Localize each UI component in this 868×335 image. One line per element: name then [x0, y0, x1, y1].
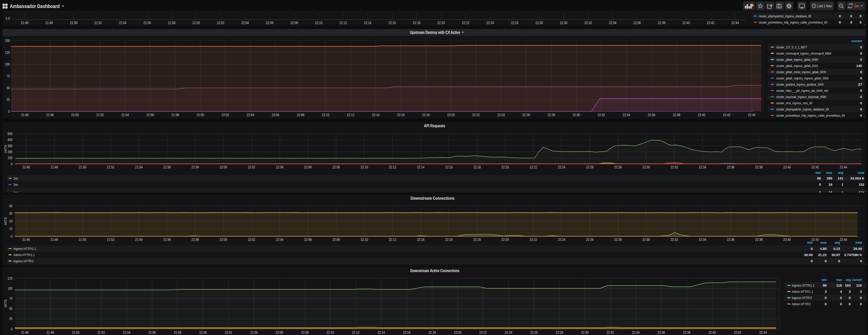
- svg-text:22:44: 22:44: [840, 237, 847, 242]
- svg-text:21:50: 21:50: [79, 165, 86, 169]
- svg-text:22:32: 22:32: [598, 113, 605, 117]
- svg-text:21:46: 21:46: [23, 165, 30, 169]
- svg-text:22:10: 22:10: [327, 330, 334, 334]
- svg-text:31.22: 31.22: [818, 253, 827, 257]
- svg-text:0: 0: [860, 21, 862, 24]
- svg-text:22:40: 22:40: [709, 330, 716, 334]
- svg-text:21:52: 21:52: [94, 21, 102, 25]
- svg-text:100: 100: [7, 286, 12, 290]
- svg-text:cluster_nms_ingress_nms_80: cluster_nms_ingress_nms_80: [776, 101, 812, 105]
- svg-text:40: 40: [9, 204, 13, 208]
- svg-text:22:38: 22:38: [755, 165, 763, 169]
- svg-text:22:42: 22:42: [734, 330, 741, 334]
- svg-text:0: 0: [860, 70, 862, 74]
- svg-text:cluster_https___pki_ingress_pk: cluster_https___pki_ingress_pki_8443_otl…: [776, 89, 829, 93]
- svg-text:4: 4: [840, 290, 842, 294]
- svg-text:21:52: 21:52: [107, 237, 115, 242]
- svg-text:Ingress HTTP/2: Ingress HTTP/2: [792, 296, 812, 300]
- svg-text:0: 0: [860, 101, 862, 105]
- svg-text:cluster_grafana_ingress_grafan: cluster_grafana_ingress_grafana_3000: [776, 83, 824, 86]
- svg-text:22:42: 22:42: [707, 21, 714, 25]
- svg-text:22:34: 22:34: [699, 237, 706, 242]
- svg-text:22:02: 22:02: [217, 21, 224, 25]
- svg-text:22:32: 22:32: [584, 21, 592, 25]
- svg-text:21:58: 21:58: [191, 237, 199, 242]
- svg-text:22:04: 22:04: [250, 330, 258, 334]
- svg-text:4.80: 4.80: [820, 247, 827, 251]
- svg-text:22:28: 22:28: [548, 113, 555, 117]
- svg-text:Upstream Destroy with CX Activ: Upstream Destroy with CX Active: [410, 30, 460, 35]
- svg-text:150: 150: [5, 38, 10, 43]
- svg-text:22:18: 22:18: [413, 21, 420, 25]
- svg-text:22:30: 22:30: [581, 330, 589, 334]
- svg-text:22:22: 22:22: [472, 113, 480, 117]
- svg-text:0: 0: [11, 162, 12, 166]
- svg-text:22:02: 22:02: [225, 330, 232, 334]
- svg-text:21:52: 21:52: [96, 113, 104, 117]
- svg-text:21:50: 21:50: [70, 21, 77, 25]
- svg-text:3.747590 K: 3.747590 K: [844, 253, 862, 257]
- svg-text:21:50: 21:50: [79, 237, 86, 242]
- svg-text:0: 0: [8, 109, 10, 114]
- svg-text:22:14: 22:14: [417, 165, 425, 169]
- svg-text:22:22: 22:22: [479, 330, 487, 334]
- svg-text:Ingress HTTP/2: Ingress HTTP/2: [13, 259, 34, 263]
- svg-text:22:14: 22:14: [372, 113, 379, 117]
- svg-text:22:20: 22:20: [454, 330, 461, 334]
- svg-text:22:18: 22:18: [428, 330, 436, 334]
- svg-text:22:14: 22:14: [417, 237, 425, 242]
- svg-text:22:12: 22:12: [339, 21, 347, 25]
- svg-text:100: 100: [5, 62, 10, 66]
- svg-text:22:08: 22:08: [301, 330, 309, 334]
- svg-text:21:48: 21:48: [45, 21, 53, 25]
- svg-text:30.00: 30.00: [804, 253, 813, 257]
- svg-text:avg: avg: [846, 278, 851, 282]
- svg-text:22:08: 22:08: [333, 165, 340, 169]
- svg-text:Admin HTTP/2: Admin HTTP/2: [792, 302, 811, 306]
- svg-text:22:42: 22:42: [811, 165, 819, 169]
- svg-text:0: 0: [840, 302, 842, 306]
- svg-text:cluster_keycloak_ingress_keycl: cluster_keycloak_ingress_keycloak_8080: [776, 95, 826, 99]
- svg-text:Downstream Connections: Downstream Connections: [410, 196, 455, 200]
- svg-text:22:38: 22:38: [658, 21, 665, 25]
- svg-text:22:44: 22:44: [748, 113, 755, 117]
- svg-text:22:16: 22:16: [403, 330, 410, 334]
- svg-text:22:06: 22:06: [304, 165, 312, 169]
- svg-text:22:12: 22:12: [352, 330, 360, 334]
- svg-text:10: 10: [9, 227, 13, 231]
- svg-text:Admin HTTP/1.1: Admin HTTP/1.1: [792, 290, 813, 294]
- svg-text:22:32: 22:32: [607, 330, 614, 334]
- svg-text:22:16: 22:16: [445, 165, 453, 169]
- svg-text:100: 100: [7, 156, 12, 160]
- svg-text:22:02: 22:02: [221, 113, 229, 117]
- svg-text:21:54: 21:54: [123, 330, 130, 334]
- svg-text:22:32: 22:32: [671, 165, 678, 169]
- svg-text:22:00: 22:00: [220, 165, 227, 169]
- svg-text:max: max: [820, 241, 827, 245]
- svg-text:avg: avg: [835, 241, 840, 245]
- svg-text:0: 0: [860, 302, 862, 306]
- svg-text:0: 0: [811, 247, 813, 251]
- svg-text:21:48: 21:48: [46, 113, 54, 117]
- svg-text:0: 0: [11, 327, 12, 331]
- svg-text:21:50: 21:50: [72, 330, 80, 334]
- svg-text:22:36: 22:36: [727, 237, 734, 242]
- svg-text:21:48: 21:48: [51, 237, 58, 242]
- svg-text:22:10: 22:10: [361, 237, 368, 242]
- svg-text:0: 0: [825, 302, 827, 306]
- svg-text:22:32: 22:32: [671, 237, 678, 242]
- svg-text:cluster_127_0_0_1_8877: cluster_127_0_0_1_8877: [776, 45, 807, 49]
- svg-text:cluster_gitlab_registry_ingres: cluster_gitlab_registry_ingress_gitlab_5…: [776, 76, 829, 80]
- svg-text:22:14: 22:14: [377, 330, 385, 334]
- svg-text:21:56: 21:56: [163, 165, 171, 169]
- svg-text:0: 0: [840, 296, 842, 300]
- svg-text:21:54: 21:54: [121, 113, 129, 117]
- svg-text:0: 0: [860, 14, 862, 18]
- svg-text:22:36: 22:36: [658, 330, 665, 334]
- svg-text:cluster_chronograf_ingress_chr: cluster_chronograf_ingress_chronograf_88…: [776, 52, 831, 55]
- svg-text:HITS: HITS: [4, 300, 7, 307]
- svg-text:21:46: 21:46: [21, 330, 29, 334]
- svg-text:Last 1 hour: Last 1 hour: [817, 4, 832, 8]
- svg-text:21:46: 21:46: [21, 113, 29, 117]
- svg-text:cluster_phpmyadmin_ingress_dat: cluster_phpmyadmin_ingress_database_80: [776, 107, 829, 111]
